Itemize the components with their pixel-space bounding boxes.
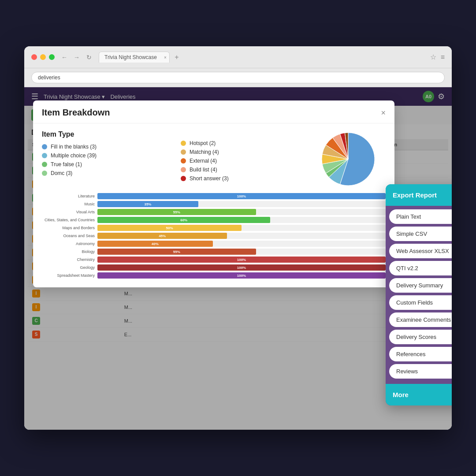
bar-row: Oceans and Seas 45% <box>42 233 386 239</box>
address-bar: deliveries <box>24 68 452 87</box>
bar-pct: 40% <box>152 242 159 246</box>
bar-label: Geology <box>42 265 95 270</box>
bar-pct: 100% <box>237 194 246 198</box>
bar-row: Cities, States, and Countries 60% <box>42 217 386 223</box>
legend-item: Build list (4) <box>181 167 311 173</box>
modal-close-button[interactable]: × <box>381 109 386 117</box>
browser-tabs: Trivia Night Showcase × + <box>99 52 425 63</box>
menu-icon[interactable]: ≡ <box>441 53 445 61</box>
bar-label: Chemistry <box>42 257 95 262</box>
export-item[interactable]: Examinee Comments <box>389 312 452 327</box>
bar-track: 35% <box>97 201 386 207</box>
legend-left: Item Type Fill in the blanks (3) Multipl… <box>42 130 172 176</box>
bar-row: Geology 100% <box>42 264 386 271</box>
legend-right-list: Hotspot (2) Matching (4) External (4) Bu… <box>181 140 311 182</box>
legend-label: Hotspot (2) <box>190 140 216 146</box>
close-tab-button[interactable]: × <box>164 55 167 60</box>
bar-fill: 55% <box>97 249 256 255</box>
bar-track: 50% <box>97 225 386 231</box>
pie-chart <box>320 130 377 188</box>
bar-fill: 35% <box>97 201 198 207</box>
legend-dot <box>181 149 186 155</box>
address-input[interactable]: deliveries <box>31 72 445 83</box>
export-more-label: More <box>393 391 409 398</box>
export-item[interactable]: Web Assessor XLSX <box>389 244 452 258</box>
export-item[interactable]: Delivery Summary <box>389 278 452 293</box>
legend-dot <box>181 176 186 181</box>
export-panel: Export Report ▼ Plain TextSimple CSVWeb … <box>386 184 452 405</box>
bar-row: Music 35% <box>42 201 386 207</box>
export-report-button[interactable]: Export Report ▼ <box>386 184 452 206</box>
back-button[interactable]: ← <box>60 53 69 62</box>
bar-track: 55% <box>97 209 386 215</box>
export-item[interactable]: QTI v2.2 <box>389 261 452 275</box>
bar-row: Chemistry 100% <box>42 257 386 263</box>
bar-fill: 55% <box>97 209 256 215</box>
forward-button[interactable]: → <box>72 53 81 62</box>
legend-label: Matching (4) <box>190 149 219 155</box>
export-item[interactable]: Reviews <box>389 364 452 379</box>
pie-svg <box>320 130 377 188</box>
bar-label: Oceans and Seas <box>42 234 95 238</box>
export-item[interactable]: Simple CSV <box>389 227 452 241</box>
active-tab[interactable]: Trivia Night Showcase × <box>99 52 170 63</box>
legend-label: True false (1) <box>51 161 82 167</box>
bar-pct: 100% <box>237 258 246 262</box>
export-item[interactable]: Custom Fields <box>389 295 452 310</box>
bar-charts: Literature 100% Music 35% Visual Arts 55… <box>42 193 386 279</box>
legend-label: Short answer (3) <box>190 175 229 182</box>
bar-row: Astronomy 40% <box>42 241 386 247</box>
reload-button[interactable]: ↻ <box>85 53 93 62</box>
legend-label: External (4) <box>190 158 217 164</box>
export-more-button[interactable]: More ▼ <box>386 384 452 405</box>
bar-track: 100% <box>97 272 386 279</box>
bar-label: Astronomy <box>42 242 95 246</box>
legend-item: Multiple choice (39) <box>42 152 172 159</box>
bar-pct: 60% <box>180 218 187 222</box>
bar-track: 45% <box>97 233 386 239</box>
bar-fill: 45% <box>97 233 227 239</box>
new-tab-button[interactable]: + <box>171 52 182 63</box>
bar-label: Biology <box>42 249 95 254</box>
bar-track: 100% <box>97 257 386 263</box>
bar-label: Maps and Borders <box>42 226 95 230</box>
bar-pct: 55% <box>173 210 180 214</box>
bar-track: 100% <box>97 264 386 271</box>
minimize-traffic-light[interactable] <box>40 54 46 60</box>
browser-nav: ← → ↻ <box>60 53 93 62</box>
traffic-lights <box>31 54 55 60</box>
bar-track: 40% <box>97 241 386 247</box>
bar-label: Music <box>42 202 95 206</box>
bar-pct: 100% <box>237 266 246 270</box>
bar-row: Maps and Borders 50% <box>42 225 386 231</box>
app-content: ☰ Trivia Night Showcase ▾ Deliveries A0 … <box>24 87 452 430</box>
legend-dot <box>42 153 47 158</box>
legend-item: Short answer (3) <box>181 175 311 182</box>
legend-dot <box>42 144 47 149</box>
legend-dot <box>42 162 47 167</box>
export-item[interactable]: Delivery Scores <box>389 330 452 344</box>
legend-item: Hotspot (2) <box>181 140 311 146</box>
bar-row: Visual Arts 55% <box>42 209 386 215</box>
star-icon[interactable]: ☆ <box>430 53 436 61</box>
item-type-heading: Item Type <box>42 130 172 138</box>
legend-item: Fill in the blanks (3) <box>42 144 172 150</box>
bar-pct: 100% <box>237 274 246 278</box>
bar-fill: 50% <box>97 225 242 231</box>
tab-label: Trivia Night Showcase <box>104 54 157 60</box>
bar-row: Spreadsheet Mastery 100% <box>42 272 386 279</box>
legend-item: Domc (3) <box>42 170 172 176</box>
legend-dot <box>181 158 186 164</box>
bar-fill: 100% <box>97 193 386 199</box>
modal-header: Item Breakdown × <box>33 100 394 123</box>
export-item[interactable]: References <box>389 347 452 361</box>
bar-fill: 40% <box>97 241 213 247</box>
bar-pct: 50% <box>166 226 173 230</box>
close-traffic-light[interactable] <box>31 54 37 60</box>
browser-window: ← → ↻ Trivia Night Showcase × + ☆ ≡ deli… <box>24 46 452 430</box>
bar-label: Cities, States, and Countries <box>42 218 95 222</box>
maximize-traffic-light[interactable] <box>49 54 55 60</box>
legend-item: True false (1) <box>42 161 172 167</box>
legend-dot <box>181 141 186 146</box>
export-item[interactable]: Plain Text <box>389 209 452 224</box>
